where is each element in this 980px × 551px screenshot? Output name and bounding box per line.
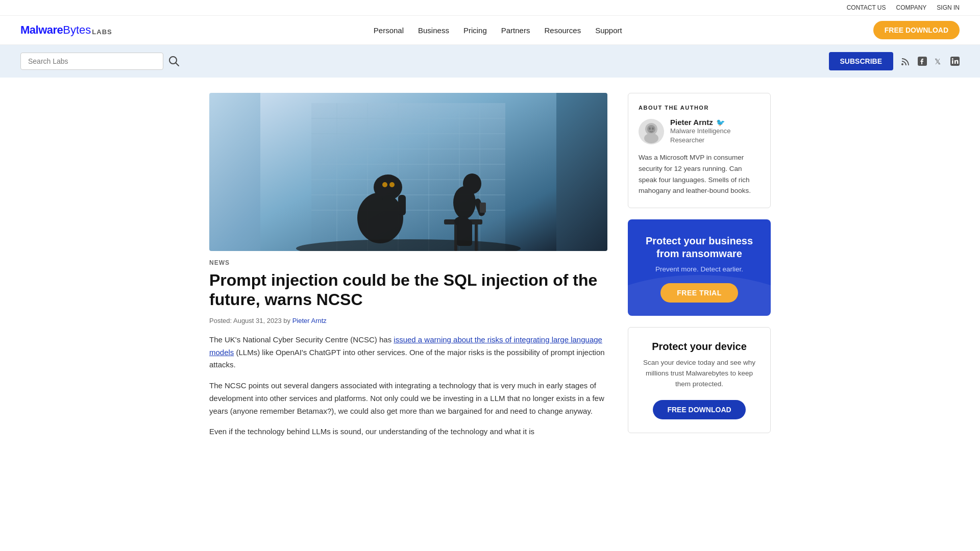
svg-text:𝕏: 𝕏: [935, 58, 941, 66]
svg-rect-6: [952, 60, 953, 64]
svg-point-25: [374, 174, 402, 200]
top-bar: CONTACT US COMPANY SIGN IN: [0, 0, 980, 16]
article-paragraph-3: Even if the technology behind LLMs is so…: [209, 425, 607, 438]
author-info: Pieter Arntz 🐦 Malware Intelligence Rese…: [670, 118, 731, 145]
nav-resources[interactable]: Resources: [544, 26, 581, 35]
nav-pricing[interactable]: Pricing: [463, 26, 487, 35]
facebook-link[interactable]: [918, 57, 927, 66]
logo-labs: LABS: [92, 28, 112, 36]
author-name: Pieter Arntz 🐦: [670, 118, 731, 127]
search-left: [20, 53, 180, 70]
article-category: NEWS: [209, 259, 607, 266]
search-button[interactable]: [168, 56, 180, 67]
svg-point-2: [901, 63, 903, 65]
svg-point-42: [652, 127, 654, 130]
free-download-button[interactable]: FREE DOWNLOAD: [873, 21, 960, 39]
ransomware-card: Protect your business from ransomware Pr…: [628, 219, 771, 316]
search-input[interactable]: [20, 53, 163, 70]
svg-point-41: [649, 127, 651, 130]
protect-free-download-button[interactable]: FREE DOWNLOAD: [653, 400, 745, 419]
linkedin-icon: [950, 57, 960, 66]
article-body: The UK's National Cyber Security Centre …: [209, 334, 607, 438]
nav-business[interactable]: Business: [418, 26, 449, 35]
hero-svg: [209, 93, 607, 251]
avatar: [639, 119, 664, 144]
protect-subtitle: Scan your device today and see why milli…: [639, 358, 760, 390]
article-hero-image: [209, 93, 607, 251]
main-nav: MalwareBytesLABS Personal Business Prici…: [0, 16, 980, 45]
logo-bytes: Bytes: [63, 23, 91, 37]
logo[interactable]: MalwareBytesLABS: [20, 23, 112, 37]
svg-point-43: [644, 133, 658, 143]
linkedin-link[interactable]: [950, 57, 960, 66]
content-wrap: NEWS Prompt injection could be the SQL i…: [189, 93, 791, 446]
author-title: Malware Intelligence Researcher: [670, 127, 731, 145]
author-card: ABOUT THE AUTHOR Pieter Arntz: [628, 93, 771, 208]
author-link[interactable]: Pieter Arntz: [292, 317, 327, 324]
free-trial-button[interactable]: FREE TRIAL: [660, 283, 738, 303]
contact-us-link[interactable]: CONTACT US: [847, 4, 886, 11]
ransomware-title: Protect your business from ransomware: [639, 235, 760, 260]
svg-rect-31: [475, 223, 478, 251]
logo-malware: Malware: [20, 23, 63, 37]
sign-in-link[interactable]: SIGN IN: [937, 4, 960, 11]
twitter-icon: 𝕏: [934, 57, 943, 66]
protect-title: Protect your device: [639, 341, 760, 353]
svg-rect-36: [480, 203, 486, 213]
subscribe-button[interactable]: SUBSCRIBE: [829, 52, 893, 70]
search-bar: SUBSCRIBE 𝕏: [0, 45, 980, 78]
company-link[interactable]: COMPANY: [896, 4, 927, 11]
author-twitter-icon[interactable]: 🐦: [716, 118, 725, 127]
avatar-image: [639, 119, 664, 144]
svg-rect-28: [362, 200, 370, 226]
article-paragraph-1: The UK's National Cyber Security Centre …: [209, 334, 607, 371]
nav-personal[interactable]: Personal: [374, 26, 404, 35]
search-icon: [168, 56, 180, 67]
facebook-icon: [918, 57, 927, 66]
article-paragraph-2: The NCSC points out several dangers asso…: [209, 380, 607, 417]
svg-point-34: [463, 173, 481, 194]
svg-point-26: [382, 182, 387, 187]
svg-rect-38: [457, 220, 472, 246]
author-row: Pieter Arntz 🐦 Malware Intelligence Rese…: [639, 118, 760, 145]
article-meta: Posted: August 31, 2023 by Pieter Arntz: [209, 317, 607, 324]
author-bio: Was a Microsoft MVP in consumer security…: [639, 152, 760, 196]
rss-icon: [900, 56, 911, 66]
search-input-wrap: [20, 53, 163, 70]
svg-point-7: [952, 58, 953, 60]
nav-partners[interactable]: Partners: [501, 26, 530, 35]
svg-line-1: [176, 63, 179, 66]
nav-support[interactable]: Support: [595, 26, 622, 35]
search-right: SUBSCRIBE 𝕏: [829, 52, 960, 70]
svg-rect-29: [398, 195, 406, 215]
main-article: NEWS Prompt injection could be the SQL i…: [209, 93, 607, 446]
author-heading: ABOUT THE AUTHOR: [639, 105, 760, 111]
protect-device-card: Protect your device Scan your device tod…: [628, 327, 771, 433]
rss-link[interactable]: [900, 56, 911, 66]
svg-point-27: [389, 182, 395, 187]
article-title: Prompt injection could be the SQL inject…: [209, 270, 607, 310]
ransomware-subtitle: Prevent more. Detect earlier.: [639, 265, 760, 273]
sidebar: ABOUT THE AUTHOR Pieter Arntz: [628, 93, 771, 446]
twitter-link[interactable]: 𝕏: [934, 57, 943, 66]
nav-links: Personal Business Pricing Partners Resou…: [138, 26, 858, 35]
